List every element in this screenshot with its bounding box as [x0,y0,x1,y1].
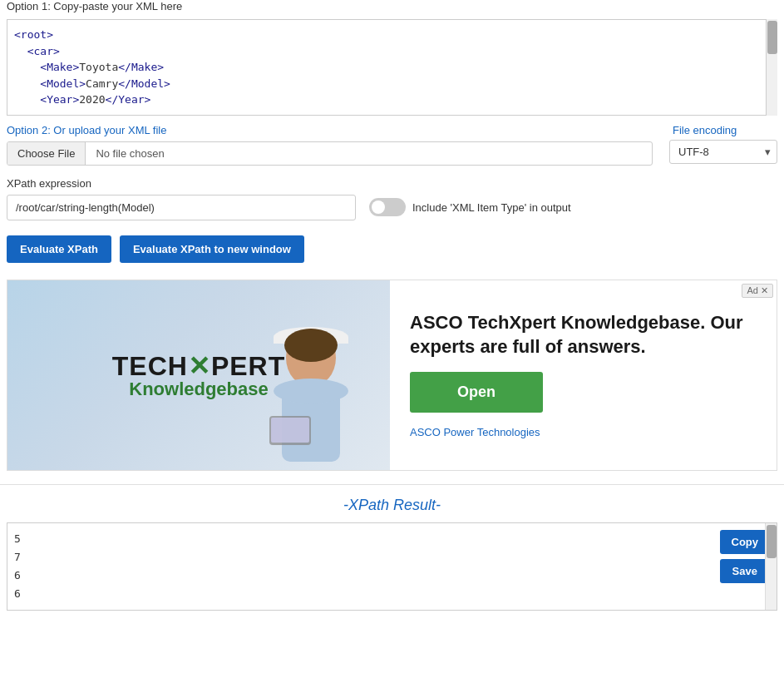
option2-left: Option 2: Or upload your XML file Choose… [7,124,653,166]
ad-logo-x: ✕ [188,351,211,381]
result-line-3: 6 [14,569,21,581]
choose-file-button[interactable]: Choose File [7,142,86,165]
person-svg [224,287,390,470]
option1-section: Option 1: Copy-paste your XML here <root… [0,0,784,116]
xml-scrollbar[interactable] [766,19,777,116]
svg-point-6 [274,379,348,403]
xml-textarea-wrapper: <root> <car> <Make>Toyota</Make> <Model>… [7,19,777,116]
xml-textarea-container: <root> <car> <Make>Toyota</Make> <Model>… [7,19,777,116]
option2-label: Option 2: Or upload your XML file [7,124,653,136]
result-line-4: 6 [14,587,21,600]
file-input-group-wrapper: Choose File No file chosen [7,141,653,166]
xpath-input[interactable] [7,195,356,220]
ad-person [224,287,390,470]
result-scrollbar-thumb [767,525,777,558]
no-file-label: No file chosen [86,142,252,165]
evaluate-xpath-button[interactable]: Evaluate XPath [7,235,111,263]
ad-banner: TECH✕PERT Knowledgebase [7,280,777,471]
save-button[interactable]: Save [720,559,771,583]
result-content-area: 5 7 6 6 Copy Save [7,522,777,611]
result-line-2: 7 [14,551,21,563]
xpath-section: XPath expression Include 'XML Item Type'… [0,172,784,227]
ad-headline: ASCO TechXpert Knowledgebase. Our expert… [410,311,757,359]
option2-right: File encoding UTF-8 UTF-16 ISO-8859-1 [669,124,777,164]
file-encoding-label: File encoding [673,124,777,136]
result-line-1: 5 [14,532,21,545]
toggle-switch[interactable] [369,198,406,216]
buttons-row: Evaluate XPath Evaluate XPath to new win… [0,227,784,273]
toggle-slider [369,198,406,216]
toggle-label: Include 'XML Item Type' in output [412,201,571,214]
result-buttons: Copy Save [720,530,771,583]
option1-label: Option 1: Copy-paste your XML here [0,0,784,12]
option2-section: Option 2: Or upload your XML file Choose… [0,116,784,172]
toggle-group: Include 'XML Item Type' in output [369,198,571,216]
ad-right: ASCO TechXpert Knowledgebase. Our expert… [390,280,777,470]
ad-open-button[interactable]: Open [410,372,543,413]
evaluate-xpath-new-window-button[interactable]: Evaluate XPath to new window [120,235,304,263]
xml-textarea-inner[interactable]: <root> <car> <Make>Toyota</Make> <Model>… [7,19,777,116]
xpath-label: XPath expression [7,177,777,190]
result-title: -XPath Result- [0,485,784,522]
encoding-select-wrapper: UTF-8 UTF-16 ISO-8859-1 [669,140,777,164]
result-section: -XPath Result- 5 7 6 6 Copy Save [0,484,784,611]
svg-point-3 [284,329,338,362]
result-scrollbar[interactable] [765,523,777,610]
encoding-select[interactable]: UTF-8 UTF-16 ISO-8859-1 [669,140,777,164]
copy-button[interactable]: Copy [720,530,771,554]
result-text: 5 7 6 6 [7,523,777,610]
svg-rect-8 [271,418,309,443]
xml-content: <root> <car> <Make>Toyota</Make> <Model>… [14,27,760,108]
xpath-input-row: Include 'XML Item Type' in output [7,195,777,220]
ad-company: ASCO Power Technologies [410,426,757,438]
file-input-group: Choose File No file chosen [7,141,653,166]
ad-badge[interactable]: Ad ✕ [742,284,773,298]
xml-scrollbar-thumb [767,21,777,54]
ad-left: TECH✕PERT Knowledgebase [7,280,390,470]
